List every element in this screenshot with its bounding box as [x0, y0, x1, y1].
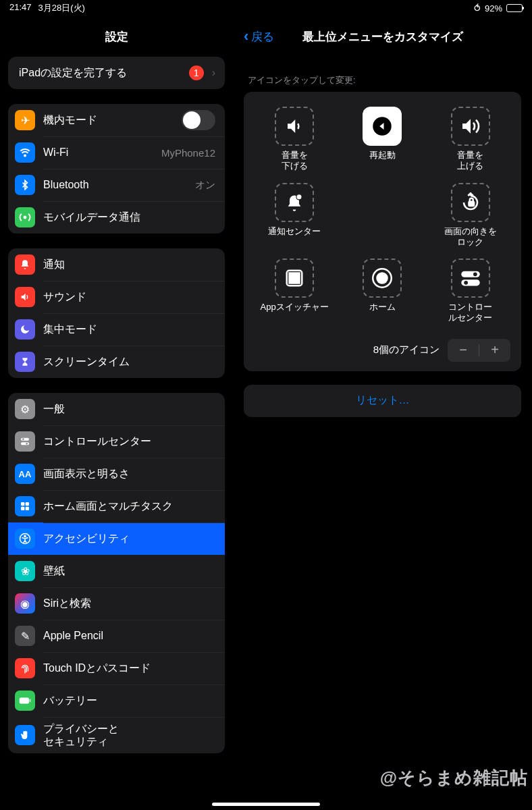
sidebar-item-pencil[interactable]: ✎ Apple Pencil: [8, 620, 225, 652]
sidebar-item-control-center[interactable]: コントロールセンター: [8, 425, 225, 458]
icon-count: 8個のアイコン: [373, 344, 440, 356]
status-time: 21:47: [9, 2, 32, 14]
moon-icon: [15, 319, 35, 340]
stepper-minus-button[interactable]: −: [448, 339, 479, 362]
svg-point-25: [464, 281, 468, 285]
back-button[interactable]: ‹ 戻る: [244, 28, 274, 45]
tile-volume-down[interactable]: 音量を 下げる: [250, 103, 338, 179]
battery-pct: 92%: [485, 3, 502, 14]
svg-rect-8: [21, 507, 24, 510]
tile-volume-up[interactable]: 音量を 上げる: [427, 103, 514, 179]
chevron-right-icon: ›: [212, 67, 215, 79]
svg-point-4: [22, 438, 24, 440]
text-size-icon: AA: [15, 464, 35, 484]
svg-rect-19: [295, 273, 299, 284]
wifi-value: MyPhone12: [161, 147, 215, 159]
tile-app-switcher[interactable]: Appスイッチャー: [250, 254, 338, 331]
nav-bar: ‹ 戻る 最上位メニューをカスタマイズ: [233, 16, 532, 57]
pencil-icon: ✎: [15, 626, 35, 646]
sidebar-item-screentime[interactable]: スクリーンタイム: [8, 346, 225, 378]
home-circle-icon: [363, 259, 402, 298]
siri-icon: ◉: [15, 593, 35, 614]
sidebar-item-homescreen[interactable]: ホーム画面とマルチタスク: [8, 490, 225, 522]
bluetooth-icon: [15, 175, 35, 195]
sidebar-item-touchid[interactable]: Touch IDとパスコード: [8, 652, 225, 684]
hand-icon: [15, 725, 35, 745]
page-title: 最上位メニューをカスタマイズ: [233, 29, 532, 45]
tile-control-center[interactable]: コントロー ルセンター: [427, 254, 514, 331]
sidebar-item-notifications[interactable]: 通知: [8, 248, 225, 281]
status-bar: 21:47 3月28日(火) ⥀ 92%: [0, 0, 532, 16]
control-center-icon: [451, 259, 490, 298]
icon-count-stepper: − +: [448, 339, 510, 362]
svg-point-1: [24, 217, 26, 219]
tile-notification-center[interactable]: 通知センター: [250, 179, 338, 255]
fingerprint-icon: [15, 658, 35, 678]
sidebar-item-siri[interactable]: ◉ Siriと検索: [8, 587, 225, 620]
accessibility-icon: [15, 529, 35, 549]
svg-rect-3: [21, 442, 29, 445]
sidebar-item-privacy[interactable]: プライバシーと セキュリティ: [8, 717, 225, 753]
watermark: @そらまめ雑記帖: [380, 766, 528, 790]
bt-value: オン: [195, 179, 215, 192]
sidebar-item-accessibility[interactable]: アクセシビリティ: [8, 522, 225, 555]
cellular-icon: [15, 207, 35, 227]
airplane-icon: ✈: [15, 110, 35, 130]
app-switcher-icon: [275, 259, 314, 298]
svg-rect-9: [26, 507, 29, 510]
svg-rect-7: [26, 502, 29, 506]
volume-down-icon: [275, 107, 314, 146]
gear-icon: ⚙: [15, 399, 35, 419]
personal-hotspot-icon: ⥀: [474, 3, 481, 14]
reset-button[interactable]: リセット…: [244, 385, 521, 417]
tile-restart[interactable]: 再起動: [338, 103, 426, 179]
svg-rect-18: [290, 273, 294, 284]
svg-point-23: [473, 272, 477, 276]
badge-icon: 1: [189, 65, 204, 80]
bell-icon: [15, 254, 35, 275]
svg-point-21: [377, 272, 389, 284]
hourglass-icon: [15, 352, 35, 372]
sidebar-title: 設定: [0, 16, 233, 57]
sidebar-item-cellular[interactable]: モバイルデータ通信: [8, 201, 225, 234]
sidebar-item-bluetooth[interactable]: Bluetooth オン: [8, 169, 225, 201]
icons-panel: 音量を 下げる 再起動 音量を 上げる 通知センター: [244, 92, 521, 371]
section-hint: アイコンをタップして変更:: [248, 74, 517, 86]
sidebar-item-wallpaper[interactable]: ❀ 壁紙: [8, 555, 225, 587]
home-indicator[interactable]: [212, 803, 320, 806]
svg-rect-2: [21, 438, 29, 441]
svg-point-11: [24, 535, 26, 537]
sidebar-item-wifi[interactable]: Wi-Fi MyPhone12: [8, 136, 225, 169]
airplane-toggle[interactable]: [182, 110, 215, 130]
svg-rect-13: [30, 699, 31, 703]
flower-icon: ❀: [15, 561, 35, 581]
battery-icon: [506, 4, 523, 12]
row-label: iPadの設定を完了する: [15, 66, 181, 79]
bell-badge-icon: [275, 183, 314, 222]
sidebar-item-finish-setup[interactable]: iPadの設定を完了する 1 ›: [8, 57, 225, 89]
restart-icon: [363, 107, 402, 146]
apps-grid-icon: [15, 496, 35, 516]
sidebar-item-airplane[interactable]: ✈ 機内モード: [8, 104, 225, 136]
tile-home[interactable]: ホーム: [338, 254, 426, 331]
speaker-icon: [15, 287, 35, 307]
svg-point-5: [26, 443, 28, 445]
status-date: 3月28日(火): [38, 2, 85, 14]
sidebar-item-sound[interactable]: サウンド: [8, 281, 225, 313]
volume-up-icon: [451, 107, 490, 146]
svg-rect-12: [20, 698, 29, 704]
tile-orientation-lock[interactable]: 画面の向きを ロック: [427, 179, 514, 255]
battery-list-icon: [15, 691, 35, 711]
svg-point-15: [296, 194, 302, 199]
sidebar-item-general[interactable]: ⚙ 一般: [8, 393, 225, 425]
svg-point-0: [24, 155, 26, 156]
orientation-lock-icon: [451, 183, 490, 222]
stepper-plus-button[interactable]: +: [479, 339, 510, 362]
sidebar-item-display[interactable]: AA 画面表示と明るさ: [8, 458, 225, 490]
sidebar-item-focus[interactable]: 集中モード: [8, 313, 225, 346]
svg-rect-6: [21, 502, 24, 506]
toggles-icon: [15, 431, 35, 452]
svg-rect-16: [469, 201, 474, 205]
sidebar-item-battery[interactable]: バッテリー: [8, 684, 225, 717]
chevron-left-icon: ‹: [244, 28, 248, 45]
